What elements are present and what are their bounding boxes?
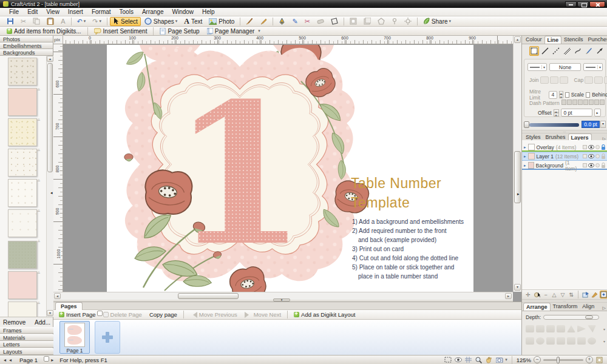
expand-icon[interactable]: ▸ bbox=[524, 145, 526, 150]
tab-backgrounds[interactable]: Backgrounds bbox=[0, 49, 53, 56]
tab-pages[interactable]: Pages bbox=[55, 302, 83, 310]
collapse-right-panel-icon[interactable]: ▸ bbox=[517, 192, 520, 197]
add-items-digikits-button[interactable]: Add items from Digikits... bbox=[4, 27, 84, 36]
line-width-value[interactable]: 0.0 pt bbox=[582, 121, 600, 128]
lock-icon[interactable] bbox=[601, 144, 606, 150]
paste-button[interactable] bbox=[44, 17, 57, 26]
spin-down-icon[interactable]: ▾ bbox=[554, 113, 559, 116]
scroll-down-icon[interactable]: ▾ bbox=[514, 284, 521, 291]
move-next-button[interactable]: Move Next bbox=[242, 311, 284, 319]
flip-horizontal-button[interactable] bbox=[577, 325, 586, 332]
merge-layers-button[interactable]: ⇅ bbox=[568, 291, 575, 298]
zoom-slider-thumb[interactable] bbox=[557, 357, 560, 363]
last-page-button[interactable]: ▸ bbox=[51, 357, 53, 363]
insert-page-button[interactable]: Insert Page bbox=[56, 311, 99, 319]
crop-to-shape-button[interactable] bbox=[546, 337, 555, 345]
lock-icon[interactable] bbox=[601, 153, 606, 159]
cut-button[interactable]: ✂ bbox=[18, 17, 29, 26]
menu-view[interactable]: View bbox=[42, 8, 64, 15]
preview-eye-button[interactable] bbox=[454, 357, 462, 363]
edit-all-icon[interactable] bbox=[583, 145, 587, 149]
line-type-dropdown[interactable]: None bbox=[549, 63, 581, 71]
depth-slider-track[interactable] bbox=[543, 315, 599, 320]
outline-tool-button[interactable] bbox=[375, 17, 388, 26]
pencil-tool-button[interactable]: ✎ bbox=[289, 17, 300, 26]
visibility-eye-icon[interactable] bbox=[588, 154, 594, 158]
fit-to-window-button[interactable] bbox=[595, 357, 603, 363]
add-page-tile[interactable] bbox=[95, 321, 120, 354]
table-number-digit[interactable]: 1 bbox=[172, 61, 307, 288]
select-items-button[interactable] bbox=[533, 291, 541, 298]
combine-button[interactable] bbox=[557, 337, 565, 345]
scroll-down-icon[interactable]: ▾ bbox=[47, 310, 53, 316]
tab-punches[interactable]: Punches bbox=[586, 36, 607, 44]
menu-file[interactable]: File bbox=[5, 8, 23, 15]
join-bevel-button[interactable] bbox=[560, 76, 568, 84]
bring-to-front-button[interactable] bbox=[526, 325, 534, 332]
join-round-button[interactable] bbox=[550, 76, 558, 84]
arrange-more-icon[interactable]: ▾ bbox=[603, 339, 605, 343]
canvas-vertical-scrollbar[interactable]: ▴ ▾ bbox=[513, 36, 521, 292]
scroll-left-icon[interactable]: ◂ bbox=[54, 293, 61, 299]
remove-button[interactable]: Remove bbox=[3, 319, 25, 326]
mitre-limit-input[interactable]: 4 bbox=[549, 91, 557, 99]
design-instructions[interactable]: 1) Add a background and embellishments 2… bbox=[352, 217, 470, 281]
line-style-arrow-button[interactable] bbox=[595, 46, 605, 56]
zoom-tool-button[interactable] bbox=[475, 357, 483, 363]
crop-tool-button[interactable] bbox=[328, 17, 341, 26]
tab-letters[interactable]: Letters bbox=[0, 341, 53, 348]
weld-button[interactable] bbox=[588, 337, 596, 345]
select-tool-button[interactable]: Select bbox=[110, 17, 141, 26]
line-style-solid-button[interactable] bbox=[540, 46, 550, 56]
text-tool-button[interactable]: AText bbox=[181, 17, 205, 26]
eyedropper-tool-button[interactable] bbox=[388, 17, 401, 26]
background-thumbnail[interactable] bbox=[8, 241, 37, 269]
copy-page-button[interactable]: Copy page bbox=[146, 311, 180, 319]
cap-round-button[interactable] bbox=[594, 76, 603, 84]
save-button[interactable] bbox=[4, 17, 17, 26]
paint-on-layer-button[interactable] bbox=[591, 291, 599, 298]
layer-row-overlay[interactable]: ▸ Overlay (4 Items) bbox=[522, 143, 607, 152]
ink-pen-tool-button[interactable] bbox=[276, 17, 288, 26]
edit-all-icon[interactable] bbox=[583, 163, 587, 167]
line-start-dropdown[interactable]: ▾ bbox=[527, 63, 547, 71]
tab-photos[interactable]: Photos bbox=[0, 36, 53, 42]
tab-stencils[interactable]: Stencils bbox=[561, 36, 586, 44]
copy-button[interactable] bbox=[30, 17, 43, 26]
pan-tool-button[interactable] bbox=[485, 357, 493, 363]
insert-sentiment-button[interactable]: Insert Sentiment bbox=[91, 27, 151, 36]
offset-input[interactable]: 0 pt bbox=[561, 109, 592, 116]
maximize-button[interactable] bbox=[577, 1, 589, 7]
grid-toggle-button[interactable] bbox=[464, 357, 472, 363]
mat-tool-button[interactable] bbox=[361, 17, 374, 26]
backgrounds-scrollbar[interactable]: ▴ ▾ bbox=[46, 56, 53, 317]
visibility-eye-icon[interactable] bbox=[588, 163, 594, 167]
menu-format[interactable]: Format bbox=[87, 8, 115, 15]
delete-page-button[interactable]: Delete Page bbox=[100, 311, 145, 319]
layer-settings-button[interactable] bbox=[582, 291, 589, 298]
add-button[interactable]: Add... bbox=[35, 319, 50, 326]
background-thumbnail[interactable] bbox=[8, 302, 37, 317]
first-page-button[interactable]: ◂ bbox=[4, 357, 6, 363]
line-width-slider-track[interactable] bbox=[529, 123, 579, 127]
background-thumbnail[interactable] bbox=[8, 271, 37, 299]
background-thumbnail[interactable] bbox=[8, 209, 37, 237]
tab-line[interactable]: Line bbox=[544, 36, 562, 44]
cap-square-button[interactable] bbox=[604, 76, 607, 84]
background-thumbnail[interactable] bbox=[8, 88, 37, 116]
behind-checkbox[interactable] bbox=[586, 92, 590, 98]
line-style-edit-button[interactable] bbox=[529, 46, 539, 56]
opacity-icon[interactable] bbox=[595, 145, 600, 149]
undo-button[interactable]: ↶▾ bbox=[74, 17, 89, 26]
tab-overflow-icon[interactable]: ▷ bbox=[603, 306, 606, 311]
tab-align[interactable]: Align bbox=[580, 303, 597, 311]
subtract-button[interactable] bbox=[567, 337, 575, 345]
offset-options-button[interactable]: ▸ bbox=[594, 109, 601, 116]
share-button[interactable]: Share▾ bbox=[420, 17, 454, 26]
line-style-dashed-button[interactable] bbox=[551, 46, 561, 56]
expand-icon[interactable]: ▸ bbox=[524, 154, 526, 159]
offset-spinner[interactable]: ▴▾ bbox=[554, 109, 559, 116]
bring-forward-button[interactable] bbox=[546, 325, 555, 332]
line-width-slider-thumb[interactable] bbox=[524, 121, 529, 128]
zoom-out-button[interactable]: − bbox=[534, 356, 541, 363]
